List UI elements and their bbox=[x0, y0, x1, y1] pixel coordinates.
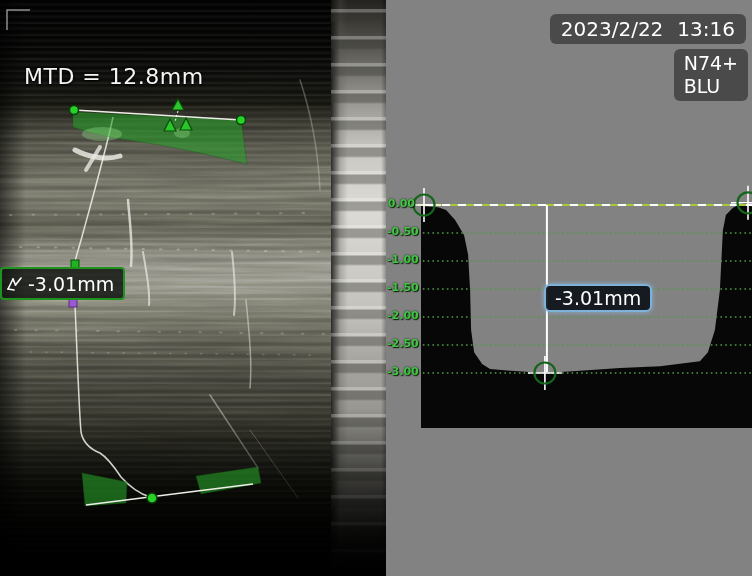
y-axis-tick-label: -2.00 bbox=[387, 309, 415, 323]
probe-model-line2: BLU bbox=[684, 75, 738, 98]
depth-cursor-square-purple[interactable] bbox=[69, 299, 77, 307]
probe-model-line1: N74+ bbox=[684, 52, 738, 75]
date-text: 2023/2/22 bbox=[561, 17, 664, 41]
y-axis-tick-label: -1.00 bbox=[387, 253, 415, 267]
depth-result-value: -3.01mm bbox=[28, 273, 114, 295]
depth-point-marker[interactable] bbox=[147, 493, 157, 503]
reference-endpoint-marker[interactable] bbox=[70, 106, 79, 115]
depth-profile-panel: 0.00 -0.50 -1.00 -1.50 -2.00 -2.50 -3.00… bbox=[386, 0, 752, 576]
profile-area bbox=[421, 202, 752, 428]
datetime-badge: 2023/2/2213:16 bbox=[550, 14, 746, 44]
y-axis-tick-label: -3.00 bbox=[387, 365, 415, 379]
depth-result-badge: -3.01mm bbox=[0, 267, 125, 300]
corner-bracket-icon bbox=[7, 10, 30, 30]
y-axis-tick-label: -2.50 bbox=[387, 337, 415, 351]
reference-endpoint-marker[interactable] bbox=[237, 116, 246, 125]
camera-view-panel: MTD = 12.8mm -3.01mm bbox=[0, 0, 386, 576]
y-axis-tick-label: -0.50 bbox=[387, 225, 415, 239]
probe-model-badge: N74+ BLU bbox=[674, 49, 748, 101]
y-axis-tick-label: -1.50 bbox=[387, 281, 415, 295]
videoscope-measurement-screen: MTD = 12.8mm -3.01mm bbox=[0, 0, 752, 576]
y-axis-tick-label: 0.00 bbox=[387, 197, 415, 211]
profile-cut-line bbox=[75, 117, 150, 497]
mtd-distance-label: MTD = 12.8mm bbox=[24, 64, 204, 89]
depth-measure-icon bbox=[5, 274, 25, 294]
reference-region-top bbox=[73, 112, 247, 164]
time-text: 13:16 bbox=[677, 17, 735, 41]
depth-callout-badge: -3.01mm bbox=[544, 284, 652, 312]
